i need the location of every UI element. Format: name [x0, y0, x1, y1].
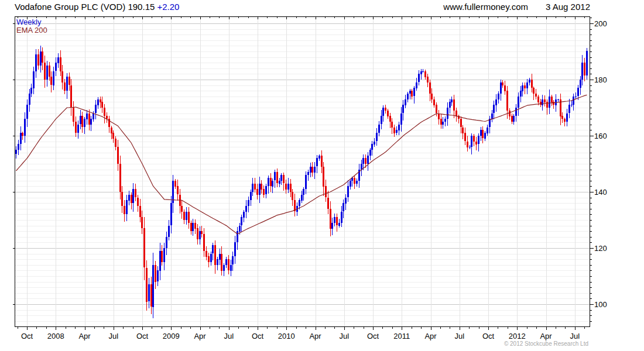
svg-text:Apr: Apr	[78, 332, 91, 340]
gridlines	[15, 17, 590, 326]
copyright-notice: © 2012 Stockcube Research Ltd	[504, 340, 588, 347]
svg-text:Apr: Apr	[424, 332, 437, 340]
svg-text:120: 120	[594, 244, 607, 253]
svg-text:100: 100	[594, 300, 607, 309]
svg-text:Jul: Jul	[339, 332, 349, 340]
svg-text:Oct: Oct	[367, 332, 379, 340]
svg-text:Oct: Oct	[482, 332, 495, 340]
svg-text:2008: 2008	[47, 332, 64, 340]
svg-text:2010: 2010	[278, 332, 295, 340]
svg-text:2011: 2011	[393, 332, 410, 340]
svg-text:Oct: Oct	[136, 332, 149, 340]
svg-text:2012: 2012	[509, 332, 526, 340]
svg-text:Jul: Jul	[570, 332, 580, 340]
ema-line	[16, 95, 587, 234]
svg-text:Jul: Jul	[224, 332, 234, 340]
svg-text:2009: 2009	[163, 332, 180, 340]
x-axis-labels: Oct2008AprJulOct2009AprJulOct2010AprJulO…	[21, 332, 580, 340]
svg-text:Jul: Jul	[454, 332, 464, 340]
svg-text:Apr: Apr	[309, 332, 321, 340]
legend-ema-200: EMA 200	[16, 26, 47, 34]
candlestick-chart: Oct2008AprJulOct2009AprJulOct2010AprJulO…	[0, 0, 644, 351]
legend-weekly: Weekly	[16, 18, 41, 26]
svg-text:160: 160	[594, 132, 607, 140]
svg-text:Jul: Jul	[108, 332, 118, 340]
svg-text:200: 200	[594, 19, 607, 28]
svg-text:180: 180	[594, 75, 607, 84]
svg-text:Apr: Apr	[194, 332, 206, 340]
candles	[15, 46, 588, 318]
svg-text:Oct: Oct	[21, 332, 33, 340]
y-axis-labels: 200180160140120100	[594, 19, 607, 309]
svg-text:Oct: Oct	[252, 332, 264, 340]
x-axis-ticks	[18, 17, 585, 331]
svg-text:140: 140	[594, 188, 607, 197]
svg-text:Apr: Apr	[540, 332, 552, 340]
